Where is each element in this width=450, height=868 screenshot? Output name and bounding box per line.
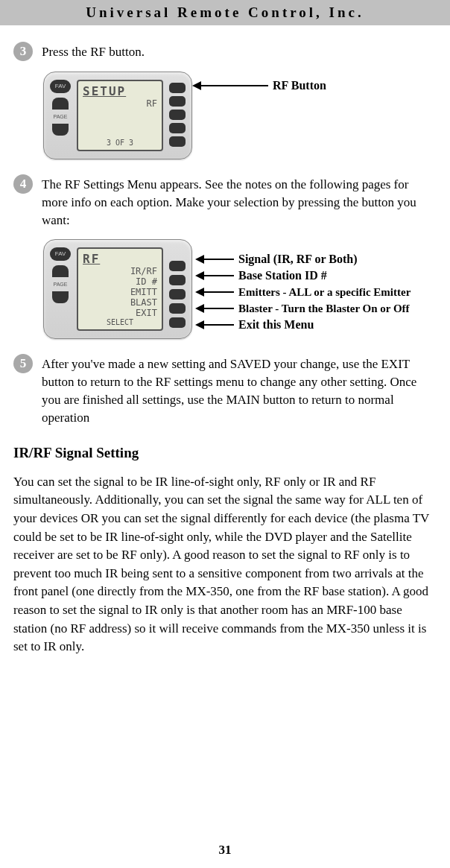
page-up-button: [52, 265, 69, 277]
arrow-line: [204, 259, 234, 260]
arrow-head-icon: [195, 304, 204, 313]
callout-blaster: Blaster - Turn the Blaster On or Off: [195, 302, 411, 315]
arrow-head-icon: [195, 288, 204, 297]
page-header: Universal Remote Control, Inc.: [0, 0, 450, 25]
step-4: 4 The RF Settings Menu appears. See the …: [13, 174, 437, 229]
figure-rf-menu: FAV PAGE RF IR/RF ID # EMITT BLAST EXIT …: [43, 239, 437, 339]
soft-button: [169, 110, 186, 120]
page-number: 31: [0, 843, 450, 858]
page-up-button: [52, 98, 69, 110]
callout-rf-button: RF Button: [273, 79, 326, 92]
callout-text-exit: Exit this Menu: [238, 318, 314, 332]
callout-emitters: Emitters - ALL or a specific Emitter: [195, 285, 411, 299]
callout-text-emitters: Emitters - ALL or a specific Emitter: [238, 286, 411, 299]
fav-button: FAV: [50, 80, 71, 93]
lcd-footer-2: SELECT: [83, 318, 157, 326]
step-number-3: 3: [13, 42, 33, 61]
arrow-line: [204, 324, 234, 326]
lcd-title-1: SETUP: [83, 84, 157, 98]
fav-button: FAV: [50, 247, 71, 261]
page-label: PAGE: [54, 114, 68, 119]
lcd-line-exit: EXIT: [83, 308, 157, 318]
soft-button: [169, 275, 186, 285]
arrow-line: [204, 275, 234, 276]
callout-arrow-rf: RF Button: [192, 79, 326, 92]
body-paragraph: You can set the signal to be IR line-of-…: [13, 473, 437, 656]
step-number-5: 5: [13, 354, 33, 373]
callouts-column: Signal (IR, RF or Both) Base Station ID …: [195, 239, 411, 332]
remote-graphic-1: FAV PAGE SETUP RF 3 OF 3: [43, 72, 192, 159]
step-3: 3 Press the RF button.: [13, 42, 437, 61]
page-content: 3 Press the RF button. FAV PAGE SETUP RF…: [0, 25, 450, 656]
lcd-line-irrf: IR/RF: [83, 266, 157, 276]
arrow-head-icon: [195, 255, 204, 264]
figure-setup-screen: FAV PAGE SETUP RF 3 OF 3 RF Button: [43, 72, 437, 159]
step-5: 5 After you've made a new setting and SA…: [13, 354, 437, 426]
soft-buttons-2: [169, 247, 186, 331]
remote-left-buttons-2: FAV PAGE: [50, 247, 71, 331]
lcd-rf-line: RF: [83, 98, 157, 109]
callout-text-base-id: Base Station ID #: [238, 269, 327, 282]
lcd-screen-1: SETUP RF 3 OF 3: [77, 80, 163, 151]
remote-left-buttons: FAV PAGE: [50, 80, 71, 151]
page-down-button: [52, 124, 69, 136]
soft-button: [169, 123, 186, 133]
arrow-line: [201, 85, 268, 86]
step-text-5: After you've made a new setting and SAVE…: [42, 354, 437, 426]
soft-button: [169, 303, 186, 314]
soft-button: [169, 96, 186, 107]
soft-button: [169, 289, 186, 300]
page-down-button: [52, 291, 69, 303]
lcd-screen-2: RF IR/RF ID # EMITT BLAST EXIT SELECT: [77, 247, 163, 331]
soft-buttons-1: [169, 80, 186, 151]
soft-button: [169, 83, 186, 93]
callout-text-signal: Signal (IR, RF or Both): [238, 253, 358, 266]
page-label: PAGE: [54, 282, 68, 287]
soft-button: [169, 136, 186, 147]
arrow-head-icon: [195, 320, 204, 329]
soft-button: [169, 317, 186, 328]
arrow-line: [204, 291, 234, 293]
lcd-line-id: ID #: [83, 276, 157, 287]
callout-text-blaster: Blaster - Turn the Blaster On or Off: [238, 302, 410, 315]
arrow-head-icon: [195, 271, 204, 280]
remote-graphic-2: FAV PAGE RF IR/RF ID # EMITT BLAST EXIT …: [43, 239, 192, 339]
arrow-head-icon: [192, 81, 201, 90]
callout-base-id: Base Station ID #: [195, 269, 411, 282]
step-number-4: 4: [13, 174, 33, 194]
arrow-line: [204, 308, 234, 309]
callout-signal: Signal (IR, RF or Both): [195, 253, 411, 266]
lcd-title-2: RF: [83, 252, 157, 266]
lcd-line-emitt: EMITT: [83, 287, 157, 297]
callout-exit: Exit this Menu: [195, 318, 411, 332]
lcd-line-blast: BLAST: [83, 297, 157, 308]
soft-button: [169, 261, 186, 271]
step-text-4: The RF Settings Menu appears. See the no…: [42, 174, 437, 229]
section-title-irrf: IR/RF Signal Setting: [13, 445, 437, 461]
lcd-footer-1: 3 OF 3: [83, 139, 157, 147]
step-text-3: Press the RF button.: [42, 42, 437, 61]
